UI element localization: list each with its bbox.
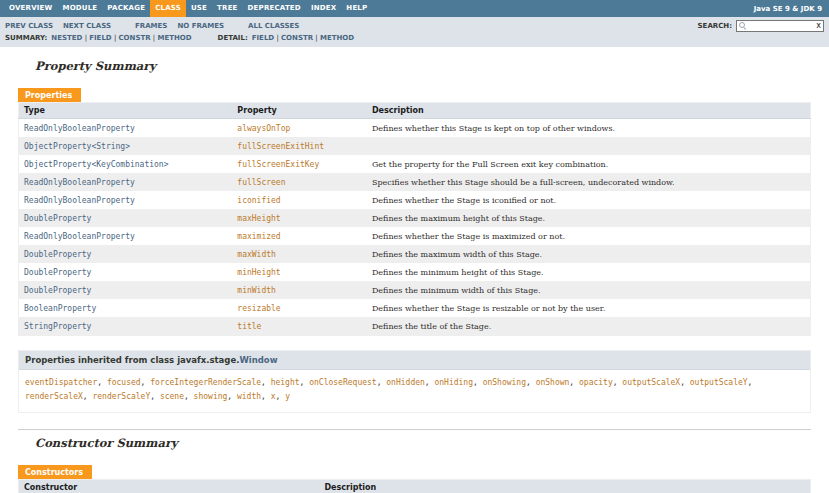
inherited-member-showing[interactable]: showing: [194, 392, 228, 401]
property-link-maxheight[interactable]: maxHeight: [237, 214, 280, 223]
inherited-member-onshown[interactable]: onShown: [536, 378, 570, 387]
section-divider: [18, 429, 811, 430]
property-row-minwidth: DoublePropertyminWidthDefines the minimu…: [19, 281, 811, 299]
constructor-summary-section: Constructor Summary Constructors Constru…: [18, 436, 811, 493]
inherited-member-onshowing[interactable]: onShowing: [483, 378, 526, 387]
inherited-member-scene[interactable]: scene: [160, 392, 184, 401]
nav-item-module[interactable]: MODULE: [57, 0, 102, 17]
nav-item-package[interactable]: PACKAGE: [102, 0, 150, 17]
property-description: Specifies whether this Stage should be a…: [367, 173, 811, 191]
property-link-alwaysontop[interactable]: alwaysOnTop: [237, 124, 290, 133]
property-description: Defines the title of the Stage.: [367, 317, 811, 336]
inherited-member-width[interactable]: width: [237, 392, 261, 401]
subnav-link-no-frames[interactable]: NO FRAMES: [177, 22, 224, 30]
property-name-cell: maximized: [232, 227, 367, 245]
nav-item-deprecated[interactable]: DEPRECATED: [243, 0, 306, 17]
property-link-maxwidth[interactable]: maxWidth: [237, 250, 276, 259]
property-link-fullscreenexitkey[interactable]: fullScreenExitKey: [237, 160, 319, 169]
property-link-resizable[interactable]: resizable: [237, 304, 280, 313]
type-link-doubleproperty[interactable]: DoubleProperty: [24, 250, 91, 259]
type-link-stringproperty[interactable]: StringProperty: [24, 322, 91, 331]
sub-nav-bar: PREV CLASSNEXT CLASSFRAMESNO FRAMESALL C…: [0, 17, 829, 47]
property-description: Defines whether the Stage is resizable o…: [367, 299, 811, 317]
inherited-member-onhiding[interactable]: onHiding: [434, 378, 473, 387]
search-icon: [739, 22, 746, 29]
inherited-member-height[interactable]: height: [271, 378, 300, 387]
property-link-fullscreen[interactable]: fullScreen: [237, 178, 285, 187]
property-row-fullscreenexitkey: ObjectProperty<KeyCombination>fullScreen…: [19, 155, 811, 173]
javadoc-page: OVERVIEWMODULEPACKAGECLASSUSETREEDEPRECA…: [0, 0, 829, 493]
column-header-property: Property: [232, 103, 367, 119]
type-link-doubleproperty[interactable]: DoubleProperty: [24, 286, 91, 295]
inherited-member-eventdispatcher[interactable]: eventDispatcher: [25, 378, 97, 387]
inherited-member-outputscaley[interactable]: outputScaleY: [690, 378, 748, 387]
inherited-member-onhidden[interactable]: onHidden: [386, 378, 425, 387]
search-box[interactable]: x: [736, 20, 824, 32]
summary-link-field[interactable]: FIELD: [89, 34, 111, 42]
subnav-group: FRAMESNO FRAMES: [135, 22, 224, 30]
inherited-member-renderscalex[interactable]: renderScaleX: [25, 392, 83, 401]
property-name-cell: maxWidth: [232, 245, 367, 263]
property-name-cell: fullScreen: [232, 173, 367, 191]
nav-item-use[interactable]: USE: [186, 0, 212, 17]
type-link-doubleproperty[interactable]: DoubleProperty: [24, 268, 91, 277]
properties-caption-tab: Properties: [18, 88, 81, 102]
detail-link-field[interactable]: FIELD: [252, 34, 274, 42]
type-link-readonlybooleanproperty[interactable]: ReadOnlyBooleanProperty: [24, 178, 135, 187]
inherited-member-renderscaley[interactable]: renderScaleY: [92, 392, 150, 401]
subnav-link-all-classes[interactable]: ALL CLASSES: [248, 22, 299, 30]
inherited-member-outputscalex[interactable]: outputScaleX: [622, 378, 680, 387]
property-type-cell: DoubleProperty: [19, 263, 233, 281]
property-row-maxwidth: DoublePropertymaxWidthDefines the maximu…: [19, 245, 811, 263]
detail-links: FIELD | CONSTR | METHOD: [252, 34, 354, 42]
property-link-iconified[interactable]: iconified: [237, 196, 280, 205]
property-row-iconified: ReadOnlyBooleanPropertyiconifiedDefines …: [19, 191, 811, 209]
property-name-cell: fullScreenExitHint: [232, 137, 367, 155]
property-summary-heading: Property Summary: [35, 59, 811, 73]
inherited-member-oncloserequest[interactable]: onCloseRequest: [309, 378, 376, 387]
nav-item-index[interactable]: INDEX: [306, 0, 341, 17]
property-name-cell: minWidth: [232, 281, 367, 299]
summary-link-nested[interactable]: NESTED: [51, 34, 82, 42]
property-type-cell: ReadOnlyBooleanProperty: [19, 119, 233, 138]
inherited-member-opacity[interactable]: opacity: [579, 378, 613, 387]
inherited-member-focused[interactable]: focused: [107, 378, 141, 387]
property-link-title[interactable]: title: [237, 322, 261, 331]
type-link-readonlybooleanproperty[interactable]: ReadOnlyBooleanProperty: [24, 196, 135, 205]
inherited-member-forceintegerrenderscale[interactable]: forceIntegerRenderScale: [150, 378, 261, 387]
summary-link-method[interactable]: METHOD: [157, 34, 191, 42]
nav-item-tree[interactable]: TREE: [212, 0, 243, 17]
property-type-cell: ReadOnlyBooleanProperty: [19, 227, 233, 245]
property-name-cell: alwaysOnTop: [232, 119, 367, 138]
detail-link-method[interactable]: METHOD: [320, 34, 354, 42]
nav-item-overview[interactable]: OVERVIEW: [4, 0, 57, 17]
search-reset-button[interactable]: x: [816, 22, 821, 30]
search-input[interactable]: [748, 21, 816, 31]
type-link-readonlybooleanproperty[interactable]: ReadOnlyBooleanProperty: [24, 124, 135, 133]
property-link-minwidth[interactable]: minWidth: [237, 286, 276, 295]
subnav-link-frames[interactable]: FRAMES: [135, 22, 167, 30]
property-row-alwaysontop: ReadOnlyBooleanPropertyalwaysOnTopDefine…: [19, 119, 811, 138]
top-nav-bar: OVERVIEWMODULEPACKAGECLASSUSETREEDEPRECA…: [0, 0, 829, 17]
property-link-fullscreenexithint[interactable]: fullScreenExitHint: [237, 142, 324, 151]
subnav-link-prev-class[interactable]: PREV CLASS: [5, 22, 53, 30]
type-link-booleanproperty[interactable]: BooleanProperty: [24, 304, 96, 313]
type-link-objectproperty-string[interactable]: ObjectProperty<String>: [24, 142, 130, 151]
property-row-fullscreenexithint: ObjectProperty<String>fullScreenExitHint: [19, 137, 811, 155]
inherited-member-x[interactable]: x: [271, 392, 276, 401]
pipe-separator: |: [274, 34, 281, 42]
summary-link-constr[interactable]: CONSTR: [118, 34, 150, 42]
search-area: SEARCH: x: [698, 20, 824, 32]
type-link-readonlybooleanproperty[interactable]: ReadOnlyBooleanProperty: [24, 232, 135, 241]
property-name-cell: iconified: [232, 191, 367, 209]
inherited-member-y[interactable]: y: [285, 392, 290, 401]
type-link-objectproperty-keycombination[interactable]: ObjectProperty<KeyCombination>: [24, 160, 169, 169]
subnav-link-next-class[interactable]: NEXT CLASS: [63, 22, 111, 30]
type-link-doubleproperty[interactable]: DoubleProperty: [24, 214, 91, 223]
window-class-link[interactable]: Window: [239, 355, 277, 365]
property-link-maximized[interactable]: maximized: [237, 232, 280, 241]
property-link-minheight[interactable]: minHeight: [237, 268, 280, 277]
nav-item-help[interactable]: HELP: [341, 0, 372, 17]
detail-link-constr[interactable]: CONSTR: [281, 34, 313, 42]
nav-item-class: CLASS: [150, 0, 186, 17]
